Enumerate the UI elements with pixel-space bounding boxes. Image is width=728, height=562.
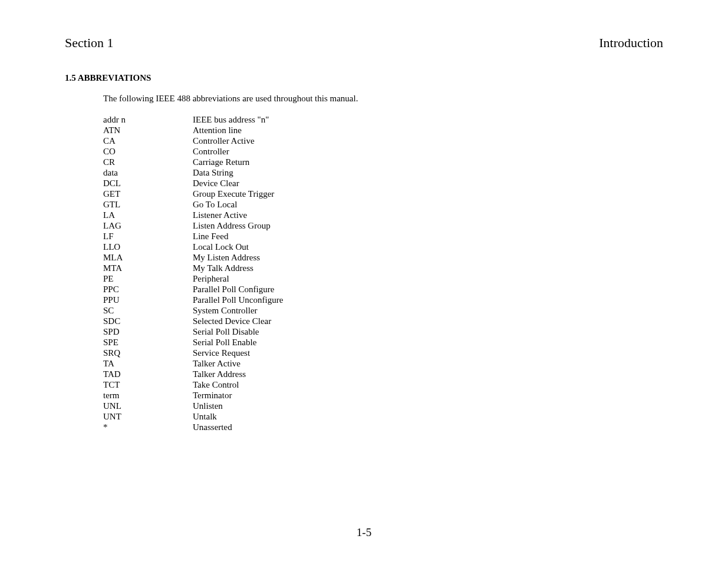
abbrev-key: LLO (103, 242, 193, 252)
abbrev-key: SRQ (103, 348, 193, 358)
abbrev-key: MTA (103, 263, 193, 273)
abbrev-value: Untalk (193, 411, 663, 422)
header-left: Section 1 (65, 35, 114, 51)
abbrev-row: TADTalker Address (103, 369, 663, 379)
abbrev-value: Listener Active (193, 210, 663, 220)
abbrev-value: Local Lock Out (193, 242, 663, 252)
abbrev-key: CO (103, 146, 193, 157)
abbrev-value: Unlisten (193, 401, 663, 411)
abbrev-key: DCL (103, 178, 193, 189)
abbrev-value: Take Control (193, 379, 663, 390)
abbrev-key: SDC (103, 316, 193, 326)
abbrev-key: TCT (103, 379, 193, 390)
abbrev-value: Line Feed (193, 231, 663, 242)
abbrev-key: term (103, 390, 193, 401)
abbrev-row: termTerminator (103, 390, 663, 401)
abbrev-key: GET (103, 189, 193, 199)
abbrev-row: SDCSelected Device Clear (103, 316, 663, 326)
abbrev-key: GTL (103, 199, 193, 210)
abbrev-key: UNL (103, 401, 193, 411)
abbrev-row: CAController Active (103, 135, 663, 146)
abbrev-value: Serial Poll Enable (193, 337, 663, 348)
section-heading: 1.5 ABBREVIATIONS (65, 73, 663, 83)
abbrev-key: MLA (103, 252, 193, 263)
abbrev-key: ATN (103, 125, 193, 135)
page-number: 1-5 (0, 526, 728, 539)
abbrev-key: LF (103, 231, 193, 242)
abbrev-value: System Controller (193, 305, 663, 316)
abbrev-row: SRQService Request (103, 348, 663, 358)
abbrev-key: * (103, 422, 193, 432)
abbrev-key: LA (103, 210, 193, 220)
abbrev-row: dataData String (103, 167, 663, 178)
abbrev-value: Group Execute Trigger (193, 189, 663, 199)
abbrev-value: My Listen Address (193, 252, 663, 263)
abbrev-value: Terminator (193, 390, 663, 401)
abbrev-value: Parallel Poll Unconfigure (193, 295, 663, 305)
abbrev-key: PPC (103, 284, 193, 295)
abbrev-value: Controller (193, 146, 663, 157)
abbrev-row: TCTTake Control (103, 379, 663, 390)
abbrev-row: PPUParallel Poll Unconfigure (103, 295, 663, 305)
abbrev-row: *Unasserted (103, 422, 663, 432)
abbrev-value: Service Request (193, 348, 663, 358)
abbrev-key: LAG (103, 220, 193, 231)
abbrev-key: UNT (103, 411, 193, 422)
page-container: Section 1 Introduction 1.5 ABBREVIATIONS… (0, 0, 728, 432)
abbreviations-list: addr nIEEE bus address "n"ATNAttention l… (103, 114, 663, 432)
abbrev-row: SPDSerial Poll Disable (103, 326, 663, 337)
abbrev-row: LLOLocal Lock Out (103, 242, 663, 252)
abbrev-row: MTAMy Talk Address (103, 263, 663, 273)
abbrev-row: UNLUnlisten (103, 401, 663, 411)
abbrev-row: addr nIEEE bus address "n" (103, 114, 663, 125)
abbrev-row: SPESerial Poll Enable (103, 337, 663, 348)
abbrev-value: Listen Address Group (193, 220, 663, 231)
abbrev-key: TAD (103, 369, 193, 379)
abbrev-key: SC (103, 305, 193, 316)
abbrev-row: CRCarriage Return (103, 157, 663, 167)
abbrev-value: Device Clear (193, 178, 663, 189)
section-intro-text: The following IEEE 488 abbreviations are… (103, 94, 663, 104)
abbrev-value: Data String (193, 167, 663, 178)
abbrev-value: IEEE bus address "n" (193, 114, 663, 125)
abbrev-key: addr n (103, 114, 193, 125)
abbrev-row: MLAMy Listen Address (103, 252, 663, 263)
header-right: Introduction (599, 35, 663, 51)
abbrev-row: SCSystem Controller (103, 305, 663, 316)
abbrev-row: GETGroup Execute Trigger (103, 189, 663, 199)
abbrev-value: Selected Device Clear (193, 316, 663, 326)
abbrev-value: Carriage Return (193, 157, 663, 167)
abbrev-key: SPD (103, 326, 193, 337)
abbrev-value: Attention line (193, 125, 663, 135)
abbrev-key: SPE (103, 337, 193, 348)
abbrev-value: Parallel Poll Configure (193, 284, 663, 295)
abbrev-value: Serial Poll Disable (193, 326, 663, 337)
abbrev-row: COController (103, 146, 663, 157)
abbrev-key: TA (103, 358, 193, 369)
abbrev-row: LAListener Active (103, 210, 663, 220)
abbrev-key: PE (103, 273, 193, 284)
abbrev-row: LFLine Feed (103, 231, 663, 242)
abbrev-row: DCLDevice Clear (103, 178, 663, 189)
abbrev-row: TATalker Active (103, 358, 663, 369)
abbrev-row: LAGListen Address Group (103, 220, 663, 231)
abbrev-key: CA (103, 135, 193, 146)
abbrev-key: data (103, 167, 193, 178)
abbrev-value: Peripheral (193, 273, 663, 284)
abbrev-value: Talker Address (193, 369, 663, 379)
abbrev-value: My Talk Address (193, 263, 663, 273)
abbrev-row: UNTUntalk (103, 411, 663, 422)
abbrev-row: PPCParallel Poll Configure (103, 284, 663, 295)
page-header: Section 1 Introduction (65, 35, 663, 51)
abbrev-key: PPU (103, 295, 193, 305)
abbrev-value: Controller Active (193, 135, 663, 146)
abbrev-value: Talker Active (193, 358, 663, 369)
abbrev-value: Go To Local (193, 199, 663, 210)
abbrev-value: Unasserted (193, 422, 663, 432)
abbrev-row: PEPeripheral (103, 273, 663, 284)
abbrev-row: GTLGo To Local (103, 199, 663, 210)
abbrev-row: ATNAttention line (103, 125, 663, 135)
abbrev-key: CR (103, 157, 193, 167)
